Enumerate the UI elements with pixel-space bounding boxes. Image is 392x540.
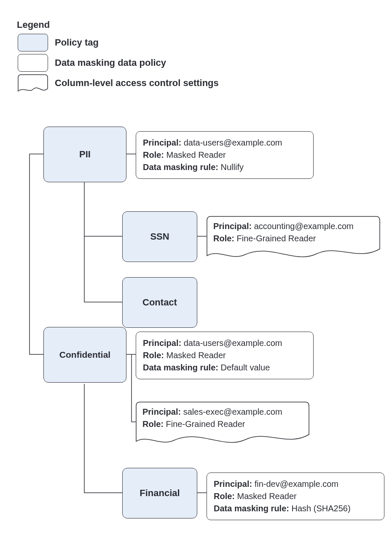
policy-tag-contact-label: Contact	[142, 297, 177, 308]
data-policy-card-financial: Principal: fin-dev@example.com Role: Mas…	[207, 472, 384, 520]
policy-tag-contact: Contact	[122, 277, 197, 328]
column-access-card-confidential: Principal: sales-exec@example.com Role: …	[136, 402, 309, 445]
policy-tag-financial-label: Financial	[140, 488, 180, 499]
tree-connectors	[0, 0, 392, 540]
data-policy-card-pii: Principal: data-users@example.com Role: …	[136, 131, 314, 179]
policy-tag-pii: PII	[43, 127, 126, 182]
policy-tag-confidential: Confidential	[43, 327, 126, 383]
policy-tag-financial: Financial	[122, 468, 197, 518]
data-policy-card-confidential-1: Principal: data-users@example.com Role: …	[136, 332, 314, 379]
policy-tag-ssn: SSN	[122, 211, 197, 262]
column-access-card-ssn: Principal: accounting@example.com Role: …	[207, 216, 380, 259]
policy-tag-ssn-label: SSN	[150, 231, 169, 242]
diagram-canvas: Legend Policy tag Data masking data poli…	[0, 0, 392, 540]
policy-tag-pii-label: PII	[79, 149, 91, 160]
policy-tag-confidential-label: Confidential	[59, 350, 110, 360]
